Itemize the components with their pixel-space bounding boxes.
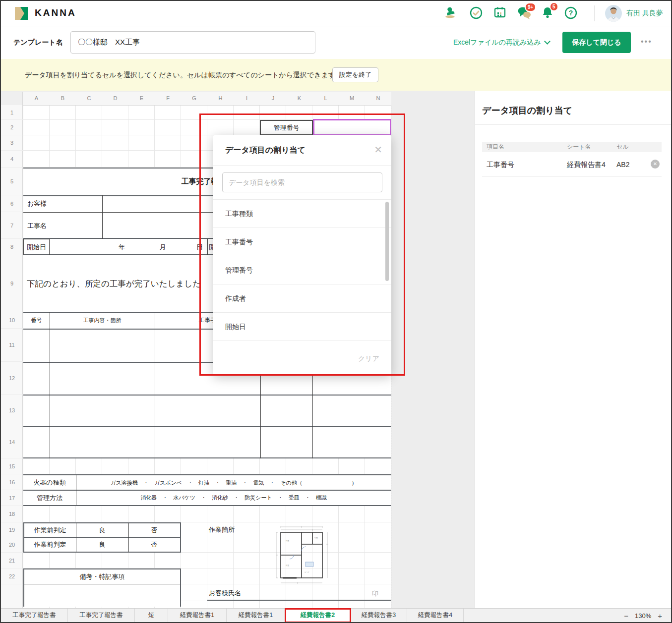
col-sheet-name: シート名 xyxy=(567,142,591,152)
svg-text:洋室: 洋室 xyxy=(286,565,289,566)
row-header[interactable]: 20 xyxy=(1,537,23,553)
row-header[interactable]: 3 xyxy=(1,135,23,151)
row-header[interactable]: 18 xyxy=(1,506,23,522)
zoom-in-button[interactable]: + xyxy=(658,612,662,620)
row-header[interactable]: 2 xyxy=(1,120,23,135)
template-name-label: テンプレート名 xyxy=(13,26,63,59)
column-header[interactable]: H xyxy=(207,92,234,105)
sheet-tab[interactable]: 経費報告書3 xyxy=(351,609,407,623)
app-header: KANNA xyxy=(1,1,671,26)
row-header[interactable]: 19 xyxy=(1,522,23,537)
column-header[interactable]: J xyxy=(260,92,286,105)
stamp-icon[interactable] xyxy=(444,6,459,21)
label-okyakusama: お客様 xyxy=(27,195,47,212)
column-header[interactable]: L xyxy=(312,92,339,105)
label-hi-2: 否 xyxy=(128,538,180,552)
save-close-button[interactable]: 保存して閉じる xyxy=(562,32,631,53)
sheet-tab[interactable]: 経費報告書1 xyxy=(227,609,285,623)
notice-text: 下記のとおり、所定の工事が完了いたしました xyxy=(27,255,201,312)
label-kaishibi: 開始日 xyxy=(23,239,50,255)
remove-assignment-icon[interactable]: ✕ xyxy=(651,160,660,169)
assignment-panel: データ項目の割り当て 項目名 シート名 セル 工事番号 経費報告書4 AB2 ✕ xyxy=(475,91,672,608)
label-customer-name: お客様氏名 xyxy=(209,586,241,600)
zoom-level: 130% xyxy=(635,612,651,620)
check-circle-icon[interactable] xyxy=(469,6,484,21)
excel-reload-link[interactable]: Excelファイルの再読み込み xyxy=(453,26,550,59)
row-header[interactable]: 1 xyxy=(1,105,23,120)
column-header[interactable]: A xyxy=(23,92,50,105)
brand-title: KANNA xyxy=(35,7,76,18)
kaki-options: ガス溶接機 ・ ガスボンベ ・ 灯油 ・ 重油 ・ 電気 ・ その他（ ） xyxy=(76,475,391,490)
annotation-red-rectangle xyxy=(199,113,405,376)
app-window: KANNA xyxy=(0,0,672,623)
row-header[interactable]: 5 xyxy=(1,168,23,195)
column-header[interactable]: E xyxy=(128,92,155,105)
sheet-tab[interactable]: 経費報告書1 xyxy=(168,609,227,623)
row-header[interactable]: 4 xyxy=(1,151,23,168)
row-header[interactable]: 6 xyxy=(1,195,23,212)
bell-badge: 5 xyxy=(550,2,558,11)
label-hantei-1: 作業前判定 xyxy=(24,523,76,537)
kanri-options: 消化器 ・ 水バケツ ・ 消化砂 ・ 防災シート ・ 受皿 ・ 標識 xyxy=(76,491,391,505)
label-ryou-2: 良 xyxy=(76,538,128,552)
row-header[interactable]: 8 xyxy=(1,239,23,255)
help-icon[interactable]: ? xyxy=(564,6,579,21)
line xyxy=(207,600,391,601)
column-header[interactable]: D xyxy=(102,92,128,105)
column-header[interactable]: G xyxy=(181,92,207,105)
row-cell-ref: AB2 xyxy=(616,152,629,177)
sheet-tab[interactable]: 経費報告書2 xyxy=(285,609,351,623)
judge-block: 作業前判定 良 否 作業前判定 良 否 xyxy=(23,522,181,553)
row-header[interactable]: 16 xyxy=(1,474,23,490)
svg-text:?: ? xyxy=(569,9,573,17)
sheet-tab[interactable]: 工事完了報告書 xyxy=(68,609,135,623)
svg-text:洋室: 洋室 xyxy=(286,540,289,542)
row-header[interactable]: 14 xyxy=(1,426,23,458)
label-bikou: 備考・特記事項 xyxy=(24,569,180,584)
row-header[interactable]: 17 xyxy=(1,490,23,506)
zoom-out-button[interactable]: − xyxy=(624,612,628,620)
template-toolbar: テンプレート名 Excelファイルの再読み込み 保存して閉じる ••• xyxy=(1,26,671,59)
label-month: 月 xyxy=(160,239,166,255)
row-header[interactable]: 15 xyxy=(1,458,23,474)
col-naiyou: 工事内容・箇所 xyxy=(50,312,155,329)
end-setup-button[interactable]: 設定を終了 xyxy=(332,67,378,82)
column-header-strip: ABCDEFGHIJKLMN xyxy=(1,92,391,106)
more-menu-button[interactable]: ••• xyxy=(641,26,652,57)
label-kanri-houhou: 管理方法 xyxy=(23,491,76,505)
template-name-input[interactable] xyxy=(70,31,315,54)
row-header[interactable]: 13 xyxy=(1,395,23,426)
col-cell: セル xyxy=(616,142,629,152)
row-header[interactable]: 12 xyxy=(1,362,23,395)
column-header[interactable]: M xyxy=(339,92,365,105)
user-name[interactable]: 有田 具良夢 xyxy=(626,9,663,18)
column-header[interactable]: N xyxy=(365,92,391,105)
instruction-banner: データ項目を割り当てるセルを選択してください。セルは帳票のすべてのシートから選択… xyxy=(1,59,671,91)
row-header[interactable]: 10 xyxy=(1,312,23,329)
remarks-block: 備考・特記事項 xyxy=(23,568,181,607)
column-header[interactable]: K xyxy=(286,92,312,105)
row-header[interactable]: 21 xyxy=(1,553,23,568)
column-header[interactable]: I xyxy=(234,92,260,105)
sheet-tab[interactable]: 経費報告書4 xyxy=(407,609,464,623)
row-header[interactable]: 9 xyxy=(1,255,23,312)
row-header[interactable]: 22 xyxy=(1,568,23,584)
col-bango: 番号 xyxy=(23,312,50,329)
kanna-logo-icon[interactable] xyxy=(15,7,28,20)
sheet-tab-bar: 工事完了報告書工事完了報告書短経費報告書1経費報告書1経費報告書2経費報告書3経… xyxy=(1,608,671,623)
svg-text:浴室: 浴室 xyxy=(314,537,318,539)
label-inkan: 印 xyxy=(372,587,378,600)
column-header[interactable]: C xyxy=(76,92,102,105)
column-header[interactable]: B xyxy=(50,92,76,105)
avatar[interactable] xyxy=(605,5,622,22)
calendar-icon[interactable] xyxy=(493,6,508,21)
column-header[interactable]: F xyxy=(155,92,181,105)
label-sagyou-kasho: 作業箇所 xyxy=(209,522,235,537)
sheet-tab[interactable]: 短 xyxy=(135,609,168,623)
label-hi-1: 否 xyxy=(128,523,180,537)
row-header[interactable]: 11 xyxy=(1,329,23,362)
select-all-corner[interactable] xyxy=(1,92,23,105)
sheet-tab[interactable]: 工事完了報告書 xyxy=(1,609,68,623)
svg-text:ﾘﾋﾞﾝｸﾞ: ﾘﾋﾞﾝｸﾞ xyxy=(305,571,309,573)
row-header[interactable]: 7 xyxy=(1,212,23,239)
